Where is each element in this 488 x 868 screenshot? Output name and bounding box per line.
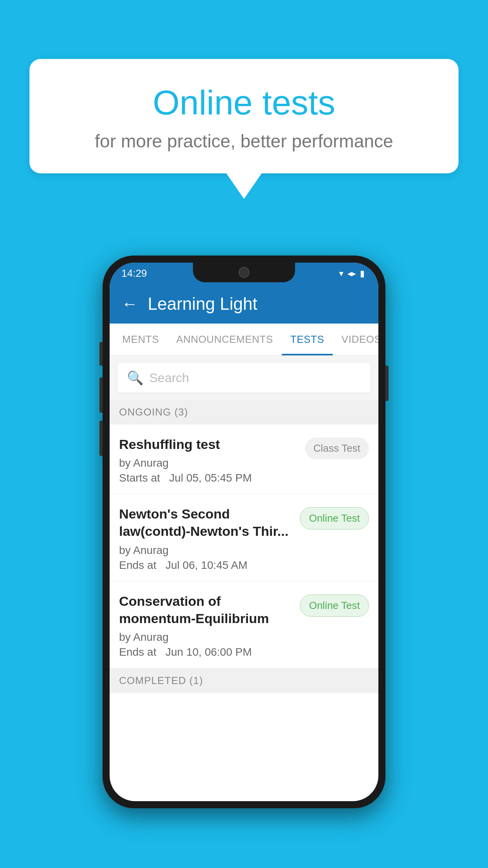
test-info: Reshuffling test by Anurag Starts at Jul… xyxy=(119,436,299,484)
test-author: by Anurag xyxy=(119,457,299,469)
test-date: Starts at Jul 05, 05:45 PM xyxy=(119,472,299,484)
search-input[interactable]: Search xyxy=(149,371,189,385)
phone-camera xyxy=(238,267,250,278)
test-info: Conservation of momentum-Equilibrium by … xyxy=(119,592,294,658)
test-list: Reshuffling test by Anurag Starts at Jul… xyxy=(110,425,378,668)
phone-notch xyxy=(193,263,295,282)
test-badge: Class Test xyxy=(305,438,369,459)
phone-silent-button xyxy=(99,342,103,366)
tab-ments[interactable]: MENTS xyxy=(114,324,168,355)
bubble-title: Online tests xyxy=(61,83,427,123)
ongoing-section-label: ONGOING (3) xyxy=(110,400,378,425)
completed-section-label: COMPLETED (1) xyxy=(110,668,378,693)
test-author: by Anurag xyxy=(119,631,294,644)
search-input-wrapper[interactable]: 🔍 Search xyxy=(117,363,371,393)
speech-bubble-container: Online tests for more practice, better p… xyxy=(29,59,459,199)
status-icons: ▾ ◂▸ ▮ xyxy=(339,268,365,279)
status-time: 14:29 xyxy=(121,267,147,280)
test-badge: Online Test xyxy=(300,594,369,617)
back-button[interactable]: ← xyxy=(121,294,138,313)
phone-screen: 14:29 ▾ ◂▸ ▮ ← Learning Light MENTS ANNO… xyxy=(110,263,378,801)
test-item[interactable]: Reshuffling test by Anurag Starts at Jul… xyxy=(110,425,378,494)
bubble-subtitle: for more practice, better performance xyxy=(61,131,427,152)
phone-wrapper: 14:29 ▾ ◂▸ ▮ ← Learning Light MENTS ANNO… xyxy=(103,256,385,808)
test-author: by Anurag xyxy=(119,544,294,557)
app-header: ← Learning Light xyxy=(110,284,378,324)
tab-videos[interactable]: VIDEOS xyxy=(333,324,378,355)
bubble-pointer xyxy=(226,173,262,199)
test-title: Conservation of momentum-Equilibrium xyxy=(119,592,294,627)
app-title: Learning Light xyxy=(148,294,257,314)
test-item[interactable]: Conservation of momentum-Equilibrium by … xyxy=(110,581,378,668)
search-container: 🔍 Search xyxy=(110,356,378,400)
search-icon: 🔍 xyxy=(127,370,143,386)
test-badge: Online Test xyxy=(300,507,369,530)
test-item[interactable]: Newton's Second law(contd)-Newton's Thir… xyxy=(110,494,378,581)
battery-icon: ▮ xyxy=(360,268,365,279)
test-title: Reshuffling test xyxy=(119,436,299,453)
speech-bubble: Online tests for more practice, better p… xyxy=(29,59,459,173)
phone-vol-up-button xyxy=(99,377,103,413)
test-info: Newton's Second law(contd)-Newton's Thir… xyxy=(119,505,294,571)
phone-vol-down-button xyxy=(99,421,103,456)
wifi-icon: ▾ xyxy=(339,268,343,279)
tab-announcements[interactable]: ANNOUNCEMENTS xyxy=(168,324,282,355)
tabs-bar: MENTS ANNOUNCEMENTS TESTS VIDEOS xyxy=(110,324,378,356)
test-date: Ends at Jun 10, 06:00 PM xyxy=(119,646,294,658)
phone-power-button xyxy=(385,366,389,401)
phone-frame: 14:29 ▾ ◂▸ ▮ ← Learning Light MENTS ANNO… xyxy=(103,256,385,808)
test-date: Ends at Jul 06, 10:45 AM xyxy=(119,559,294,572)
tab-tests[interactable]: TESTS xyxy=(282,324,333,355)
signal-icon: ◂▸ xyxy=(347,268,356,279)
test-title: Newton's Second law(contd)-Newton's Thir… xyxy=(119,505,294,540)
